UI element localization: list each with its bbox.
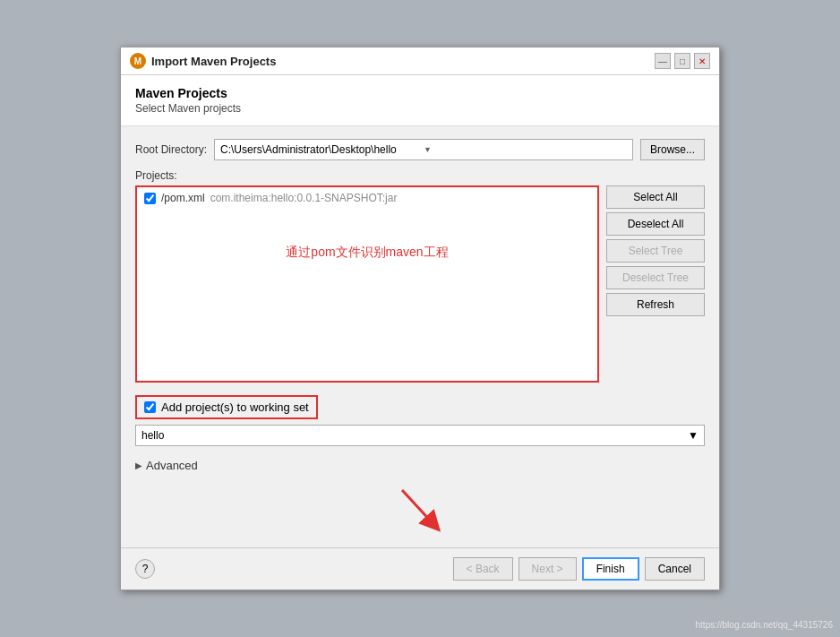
red-arrow-annotation	[135, 481, 705, 535]
projects-panel: /pom.xml com.itheima:hello:0.0.1-SNAPSHO…	[135, 185, 599, 383]
help-button[interactable]: ?	[135, 559, 155, 579]
deselect-all-button[interactable]: Deselect All	[606, 212, 705, 236]
footer-right: < Back Next > Finish Cancel	[453, 557, 705, 581]
footer-left: ?	[135, 559, 155, 579]
header-title: Maven Projects	[135, 86, 705, 100]
dialog-title: Import Maven Projects	[151, 55, 276, 68]
cancel-button[interactable]: Cancel	[645, 557, 705, 581]
working-set-combo[interactable]: hello ▼	[135, 425, 705, 446]
maximize-button[interactable]: □	[674, 53, 690, 69]
watermark: https://blog.csdn.net/qq_44315726	[696, 620, 833, 630]
header-subtitle: Select Maven projects	[135, 102, 705, 115]
title-bar: M Import Maven Projects — □ ✕	[121, 47, 719, 75]
working-set-combo-arrow-icon: ▼	[688, 429, 699, 442]
finish-button[interactable]: Finish	[582, 557, 639, 581]
dialog-icon: M	[130, 53, 146, 69]
dialog-body: Root Directory: C:\Users\Administrator\D…	[121, 126, 719, 547]
advanced-arrow-icon: ▶	[135, 461, 142, 470]
select-all-button[interactable]: Select All	[606, 185, 705, 209]
working-set-checkbox-row: Add project(s) to working set	[135, 395, 318, 419]
title-bar-left: M Import Maven Projects	[130, 53, 276, 69]
dialog-footer: ? < Back Next > Finish Cancel	[121, 547, 719, 590]
annotation-text: 通过pom文件识别maven工程	[137, 245, 597, 261]
title-controls: — □ ✕	[655, 53, 710, 69]
refresh-button[interactable]: Refresh	[606, 293, 705, 316]
projects-list-box[interactable]: /pom.xml com.itheima:hello:0.0.1-SNAPSHO…	[135, 185, 599, 383]
sidebar-buttons: Select All Deselect All Select Tree Dese…	[606, 185, 705, 316]
working-set-label: Add project(s) to working set	[161, 400, 309, 414]
working-set-checkbox[interactable]	[144, 401, 156, 413]
next-button[interactable]: Next >	[519, 557, 577, 581]
import-maven-dialog: M Import Maven Projects — □ ✕ Maven Proj…	[120, 47, 720, 590]
combo-arrow-icon: ▼	[424, 145, 627, 154]
project-item: /pom.xml com.itheima:hello:0.0.1-SNAPSHO…	[137, 187, 597, 209]
advanced-section[interactable]: ▶ Advanced	[135, 459, 705, 472]
minimize-button[interactable]: —	[655, 53, 671, 69]
projects-label: Projects:	[135, 169, 705, 182]
project-item-name: /pom.xml	[161, 192, 205, 204]
advanced-label: Advanced	[146, 459, 198, 472]
project-checkbox[interactable]	[144, 193, 156, 204]
working-set-section: Add project(s) to working set hello ▼	[135, 395, 705, 446]
dialog-header: Maven Projects Select Maven projects	[121, 75, 719, 126]
project-item-coords: com.itheima:hello:0.0.1-SNAPSHOT:jar	[210, 192, 398, 204]
root-dir-value: C:\Users\Administrator\Desktop\hello	[220, 143, 424, 156]
svg-line-0	[402, 490, 433, 524]
browse-button[interactable]: Browse...	[640, 139, 705, 160]
select-tree-button[interactable]: Select Tree	[606, 239, 705, 263]
root-dir-row: Root Directory: C:\Users\Administrator\D…	[135, 139, 705, 160]
back-button[interactable]: < Back	[453, 557, 513, 581]
close-button[interactable]: ✕	[694, 53, 710, 69]
root-dir-label: Root Directory:	[135, 143, 207, 156]
deselect-tree-button[interactable]: Deselect Tree	[606, 266, 705, 289]
root-dir-combo[interactable]: C:\Users\Administrator\Desktop\hello ▼	[214, 139, 633, 160]
working-set-value: hello	[141, 429, 164, 442]
projects-section: /pom.xml com.itheima:hello:0.0.1-SNAPSHO…	[135, 185, 705, 383]
